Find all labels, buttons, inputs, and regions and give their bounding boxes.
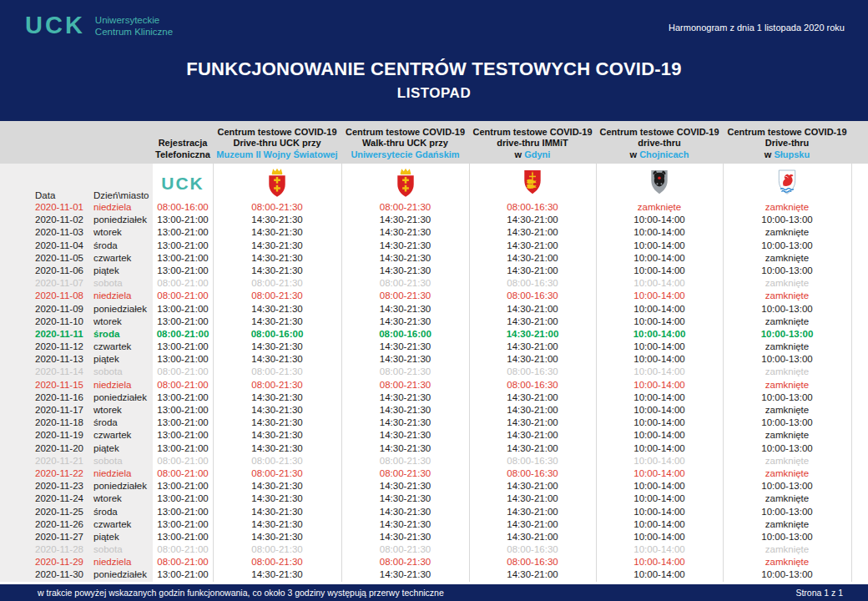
row-muzeum-hours: 14:30-21:30 [213,429,341,442]
row-date: 2020-11-17 [0,404,93,417]
row-date: 2020-11-16 [0,391,93,404]
table-row: 2020-11-15 niedziela 08:00-21:00 08:00-2… [0,379,868,391]
city-link-uniwersytet: Uniwersytecie Gdańskim [351,149,459,159]
row-date: 2020-11-07 [0,277,93,290]
row-registration-hours: 13:00-21:00 [153,252,213,265]
row-registration-hours: 08:00-21:00 [153,366,213,378]
row-gdynia-hours: 14:30-21:00 [469,492,596,505]
table-row: 2020-11-25 środa 13:00-21:00 14:30-21:30… [0,506,868,518]
row-slupsk-hours: zamknięte [723,366,851,378]
row-slupsk-hours: 10:00-13:00 [723,442,851,455]
row-gdynia-hours: 14:30-21:00 [469,480,596,492]
uck-logo-name-line1: Uniwersyteckie [95,14,173,26]
row-registration-hours: 08:00-21:00 [153,455,213,467]
row-day: poniedziałek [93,303,153,316]
row-day: czwartek [93,252,153,265]
table-row: 2020-11-24 wtorek 13:00-21:00 14:30-21:3… [0,492,868,505]
row-date: 2020-11-22 [0,467,93,480]
row-day: poniedziałek [93,214,153,226]
column-header-muzeum: Centrum testowe COVID-19 Drive-thru UCK … [213,127,341,161]
row-chojnice-hours: zamknięte [596,201,723,214]
row-muzeum-hours: 14:30-21:30 [213,226,341,239]
row-uniwersytet-hours: 14:30-21:30 [341,417,469,429]
row-day: czwartek [93,341,153,353]
row-gdynia-hours: 14:30-21:00 [469,316,596,328]
table-row: 2020-11-02 poniedziałek 13:00-21:00 14:3… [0,214,868,226]
row-day: piątek [93,531,153,543]
row-registration-hours: 13:00-21:00 [153,506,213,518]
table-row: 2020-11-01 niedziela 08:00-16:00 08:00-2… [0,201,868,214]
row-chojnice-hours: 10:00-14:00 [596,265,723,277]
row-chojnice-hours: 10:00-14:00 [596,277,723,290]
row-date: 2020-11-03 [0,226,93,239]
row-slupsk-hours: 10:00-13:00 [723,353,851,366]
row-day: wtorek [93,316,153,328]
row-chojnice-hours: 10:00-14:00 [596,556,723,568]
column-header-band: Rejestracja Telefoniczna Centrum testowe… [0,121,868,164]
row-gdynia-hours: 14:30-21:00 [469,531,596,543]
row-muzeum-hours: 14:30-21:30 [213,417,341,429]
table-row: 2020-11-10 wtorek 13:00-21:00 14:30-21:3… [0,316,868,328]
uck-logo-name: Uniwersyteckie Centrum Kliniczne [95,13,173,38]
row-slupsk-hours: 10:00-13:00 [723,417,851,429]
row-muzeum-hours: 14:30-21:30 [213,492,341,505]
row-uniwersytet-hours: 08:00-21:30 [341,277,469,290]
row-registration-hours: 13:00-21:00 [153,518,213,531]
row-chojnice-hours: 10:00-14:00 [596,252,723,265]
row-chojnice-hours: 10:00-14:00 [596,328,723,341]
uck-mini-logo: UCK [153,174,213,194]
table-row: 2020-11-28 sobota 08:00-21:00 08:00-21:3… [0,543,868,556]
row-chojnice-hours: 10:00-14:00 [596,404,723,417]
page-footer: w trakcie powyżej wskazanych godzin funk… [0,584,868,601]
date-column-label: Data [35,190,55,200]
row-registration-hours: 13:00-21:00 [153,492,213,505]
row-registration-hours: 13:00-21:00 [153,404,213,417]
row-muzeum-hours: 14:30-21:30 [213,252,341,265]
row-chojnice-hours: 10:00-14:00 [596,316,723,328]
row-gdynia-hours: 14:30-21:00 [469,442,596,455]
row-day: sobota [93,543,153,556]
page-title: FUNKCJONOWANIE CENTRÓW TESTOWYCH COVID-1… [0,58,868,80]
row-gdynia-hours: 14:30-21:00 [469,214,596,226]
row-muzeum-hours: 08:00-21:30 [213,366,341,378]
row-date: 2020-11-21 [0,455,93,467]
row-registration-hours: 13:00-21:00 [153,429,213,442]
row-uniwersytet-hours: 08:00-21:30 [341,201,469,214]
row-date: 2020-11-26 [0,518,93,531]
row-chojnice-hours: 10:00-14:00 [596,518,723,531]
row-date: 2020-11-04 [0,240,93,252]
row-uniwersytet-hours: 14:30-21:30 [341,480,469,492]
slupsk-crest-icon [723,167,851,202]
row-uniwersytet-hours: 14:30-21:30 [341,492,469,505]
row-registration-hours: 13:00-21:00 [153,303,213,316]
page-subtitle: LISTOPAD [0,85,868,102]
row-gdynia-hours: 14:30-21:00 [469,252,596,265]
row-registration-hours: 13:00-21:00 [153,214,213,226]
table-row: 2020-11-05 czwartek 13:00-21:00 14:30-21… [0,252,868,265]
row-day: środa [93,506,153,518]
gdynia-crest-icon [469,167,596,202]
row-gdynia-hours: 14:30-21:00 [469,341,596,353]
column-header-uniwersytet: Centrum testowe COVID-19 Walk-thru UCK p… [341,127,469,161]
row-registration-hours: 13:00-21:00 [153,353,213,366]
table-row: 2020-11-11 środa 08:00-21:00 08:00-16:00… [0,328,868,341]
row-chojnice-hours: 10:00-14:00 [596,353,723,366]
row-registration-hours: 08:00-21:00 [153,277,213,290]
row-chojnice-hours: 10:00-14:00 [596,214,723,226]
row-chojnice-hours: 10:00-14:00 [596,480,723,492]
row-uniwersytet-hours: 14:30-21:30 [341,391,469,404]
row-day: środa [93,240,153,252]
column-header-slupsk: Centrum testowe COVID-19 Drive-thru w Sł… [723,127,851,161]
row-uniwersytet-hours: 08:00-21:30 [341,366,469,378]
row-registration-hours: 08:00-21:00 [153,543,213,556]
row-date: 2020-11-11 [0,328,93,341]
registration-header-line2: Telefoniczna [153,149,213,161]
row-gdynia-hours: 08:00-16:30 [469,201,596,214]
row-uniwersytet-hours: 08:00-21:30 [341,556,469,568]
row-gdynia-hours: 08:00-16:30 [469,556,596,568]
row-day: piątek [93,353,153,366]
table-row: 2020-11-16 poniedziałek 13:00-21:00 14:3… [0,391,868,404]
row-gdynia-hours: 14:30-21:00 [469,226,596,239]
table-row: 2020-11-20 piątek 13:00-21:00 14:30-21:3… [0,442,868,455]
row-slupsk-hours: zamknięte [723,290,851,302]
